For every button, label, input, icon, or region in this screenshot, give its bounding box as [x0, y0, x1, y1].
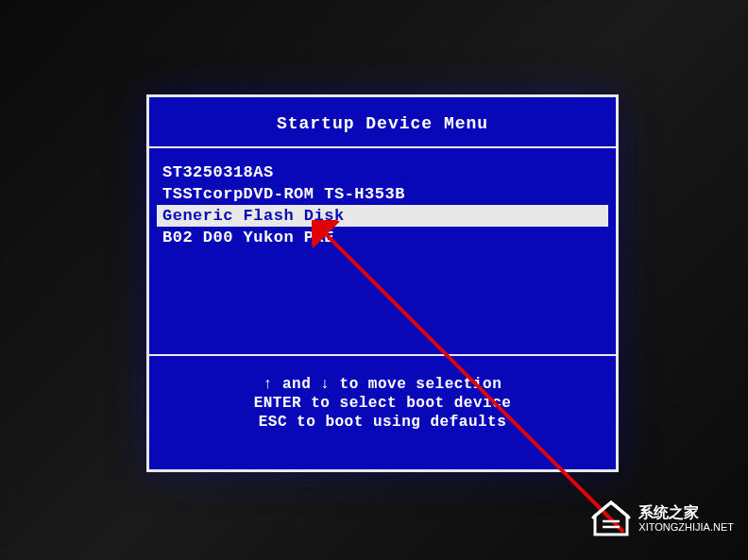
house-icon [591, 501, 631, 536]
watermark: 系统之家 XITONGZHIJIA.NET [591, 501, 734, 536]
boot-device-dvd[interactable]: TSSTcorpDVD-ROM TS-H353B [157, 183, 608, 205]
device-label: Generic Flash Disk [162, 207, 345, 225]
instruction-esc: ESC to boot using defaults [157, 413, 608, 432]
device-label: TSSTcorpDVD-ROM TS-H353B [162, 185, 405, 203]
boot-device-list[interactable]: ST3250318AS TSSTcorpDVD-ROM TS-H353B Gen… [149, 148, 616, 356]
device-label: ST3250318AS [162, 163, 274, 181]
boot-device-hdd[interactable]: ST3250318AS [157, 161, 608, 183]
boot-device-pxe[interactable]: B02 D00 Yukon PXE [157, 227, 608, 248]
boot-device-usb[interactable]: Generic Flash Disk [157, 205, 608, 227]
instructions-panel: ↑ and ↓ to move selection ENTER to selec… [149, 356, 616, 450]
instruction-enter: ENTER to select boot device [157, 394, 608, 413]
bios-menu-window: Startup Device Menu ST3250318AS TSSTcorp… [146, 94, 619, 472]
bios-title: Startup Device Menu [149, 97, 616, 148]
device-label: B02 D00 Yukon PXE [162, 229, 334, 246]
watermark-title: 系统之家 [638, 504, 734, 521]
watermark-text: 系统之家 XITONGZHIJIA.NET [638, 504, 734, 533]
watermark-url: XITONGZHIJIA.NET [638, 521, 734, 533]
instruction-arrows: ↑ and ↓ to move selection [157, 375, 608, 394]
